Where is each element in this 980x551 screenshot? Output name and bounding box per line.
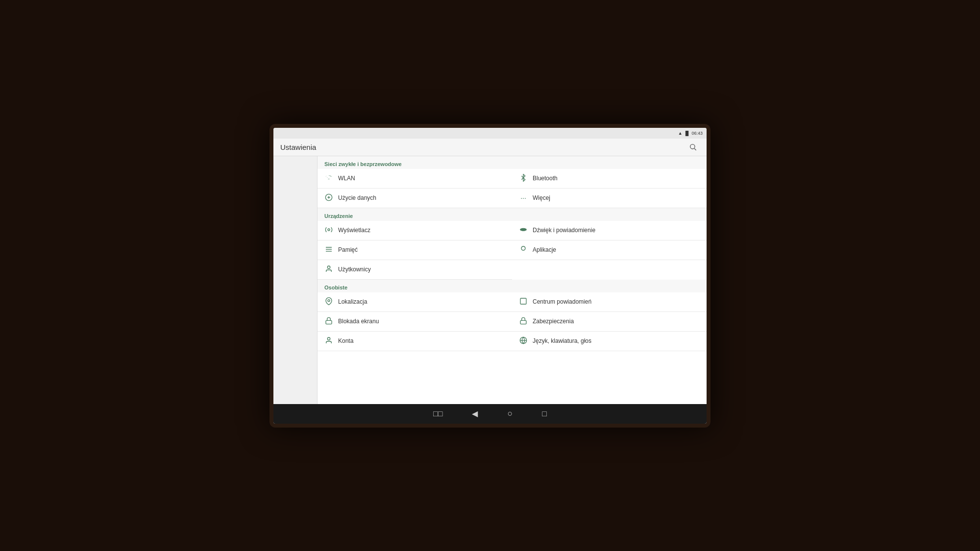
list-item[interactable]: ··· Więcej [512,189,707,208]
nav-overview-button[interactable]: □ [542,409,547,418]
lockscreen-label: Blokada ekranu [338,318,379,325]
display-icon [324,226,333,235]
data-usage-label: Użycie danych [338,194,376,201]
list-item[interactable]: Centrum powiadomień [512,292,707,312]
svg-rect-13 [326,320,332,324]
list-item[interactable]: Użytkownicy [318,260,512,280]
svg-point-10 [327,266,330,268]
apps-icon [519,245,528,255]
personal-grid: Lokalizacja Centrum powiadomień [318,292,707,351]
memory-icon [324,245,333,255]
tablet-screen: ▲ ▐▌ 06:43 Ustawienia Sieci zwykłe i [273,128,707,424]
status-bar: ▲ ▐▌ 06:43 [273,128,707,139]
list-item[interactable]: Konta [318,332,512,351]
page-title: Ustawienia [280,143,316,151]
nav-home-button[interactable]: ○ [507,408,513,419]
list-item[interactable]: Bluetooth [512,169,707,189]
security-icon [519,317,528,326]
section-header-network: Sieci zwykłe i bezprzewodowe [318,156,707,169]
network-grid: WLAN Bluetooth [318,169,707,208]
users-label: Użytkownicy [338,266,371,273]
device-grid: Wyświetlacz Dźwięk i powiadomienie [318,221,707,280]
nav-back-button[interactable]: ◀ [472,409,478,418]
memory-label: Pamięć [338,246,358,253]
list-item[interactable]: Dźwięk i powiadomienie [512,221,707,240]
svg-point-5 [328,229,330,231]
title-bar: Ustawienia [273,139,707,156]
svg-line-1 [694,148,696,150]
more-label: Więcej [533,194,550,201]
battery-icon: ▐▌ [684,131,690,136]
svg-point-11 [328,299,330,301]
time-display: 06:43 [691,131,703,136]
status-icons: ▲ ▐▌ 06:43 [678,131,703,136]
list-item[interactable]: Aplikacje [512,240,707,260]
accounts-icon [324,336,333,346]
users-icon [324,265,333,274]
security-label: Zabezpieczenia [533,318,574,325]
list-item[interactable]: Lokalizacja [318,292,512,312]
apps-label: Aplikacje [533,246,556,253]
list-item[interactable]: Wyświetlacz [318,221,512,240]
display-label: Wyświetlacz [338,227,370,234]
bluetooth-icon [519,174,528,183]
language-icon [519,336,528,346]
language-label: Język, klawiatura, głos [533,337,591,344]
back-label: ◀ [472,409,478,418]
list-item[interactable]: Pamięć [318,240,512,260]
wlan-label: WLAN [338,175,355,182]
list-item[interactable]: Użycie danych [318,189,512,208]
wifi-icon [324,174,333,183]
svg-point-15 [327,337,330,340]
settings-content: Sieci zwykłe i bezprzewodowe WLAN [273,156,707,404]
data-usage-icon [324,193,333,203]
overview-left-label: □□ [433,409,442,418]
section-header-device: Urządzenie [318,208,707,221]
home-label: ○ [507,408,513,419]
list-item[interactable]: WLAN [318,169,512,189]
nav-overview-left-button[interactable]: □□ [433,409,442,418]
svg-rect-14 [520,320,526,324]
accounts-label: Konta [338,337,353,344]
list-item[interactable]: Zabezpieczenia [512,312,707,332]
section-header-personal: Osobiste [318,280,707,292]
tablet-frame: ▲ ▐▌ 06:43 Ustawienia Sieci zwykłe i [270,124,710,428]
overview-label: □ [542,409,547,418]
lockscreen-icon [324,317,333,326]
location-icon [324,297,333,307]
settings-list: Sieci zwykłe i bezprzewodowe WLAN [318,156,707,404]
bluetooth-label: Bluetooth [533,175,558,182]
location-label: Lokalizacja [338,298,367,305]
sidebar [273,156,318,404]
list-item[interactable]: Blokada ekranu [318,312,512,332]
nav-bar: □□ ◀ ○ □ [273,404,707,424]
wifi-status-icon: ▲ [678,131,683,136]
list-item[interactable]: Język, klawiatura, głos [512,332,707,351]
svg-rect-12 [520,298,526,304]
search-button[interactable] [686,140,700,154]
more-icon: ··· [519,194,528,202]
svg-point-0 [690,144,695,149]
sound-label: Dźwięk i powiadomienie [533,227,595,234]
sound-icon [519,226,528,235]
notification-center-icon [519,297,528,307]
notification-center-label: Centrum powiadomień [533,298,591,305]
